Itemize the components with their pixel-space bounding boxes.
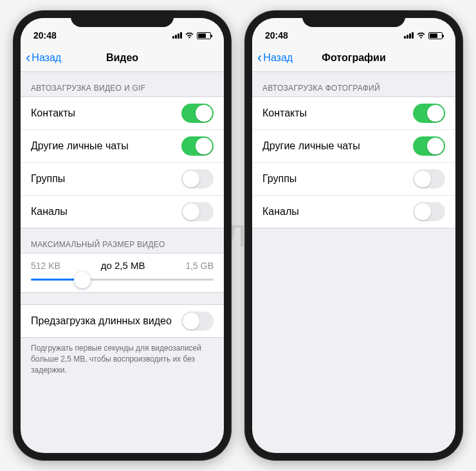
toggle-contacts[interactable] — [181, 104, 214, 123]
back-label: Назад — [263, 52, 293, 64]
row-label: Группы — [31, 173, 65, 185]
back-button[interactable]: ‹ Назад — [26, 51, 61, 65]
row-private-chats[interactable]: Другие личные чаты — [252, 130, 455, 163]
page-title: Фотографии — [322, 52, 385, 64]
section-header-autoload: АВТОЗАГРУЗКА ФОТОГРАФИЙ — [252, 72, 455, 97]
screen-right: 20:48 ‹ Назад Фотографии АВТОЗ — [252, 18, 455, 453]
signal-icon — [404, 32, 414, 39]
phone-notch — [302, 10, 405, 27]
autoload-list: Контакты Другие личные чаты Группы Канал… — [21, 97, 224, 228]
nav-bar: ‹ Назад Видео — [21, 44, 224, 72]
phone-notch — [71, 10, 174, 27]
signal-icon — [172, 32, 182, 39]
toggle-preload[interactable] — [181, 311, 214, 331]
chevron-left-icon: ‹ — [257, 51, 262, 65]
battery-icon — [428, 32, 443, 39]
wifi-icon — [185, 31, 194, 41]
toggle-contacts[interactable] — [413, 104, 445, 123]
battery-icon — [197, 32, 211, 39]
row-channels[interactable]: Каналы — [252, 196, 455, 228]
size-slider[interactable] — [31, 279, 214, 281]
slider-max: 1,5 GB — [185, 261, 214, 271]
row-label: Другие личные чаты — [31, 140, 129, 152]
slider-thumb[interactable] — [74, 272, 91, 288]
row-label: Контакты — [31, 107, 75, 119]
row-label: Контакты — [262, 107, 307, 119]
footer-text: Подгружать первые секунды для видеозапис… — [21, 338, 224, 380]
page-title: Видео — [106, 52, 138, 64]
preload-list: Предзагрузка длинных видео — [21, 304, 224, 338]
slider-block: 512 KB до 2,5 MB 1,5 GB — [21, 253, 224, 293]
nav-bar: ‹ Назад Фотографии — [252, 44, 455, 72]
phone-right: 20:48 ‹ Назад Фотографии АВТОЗ — [244, 10, 463, 461]
row-label: Предзагрузка длинных видео — [31, 315, 172, 327]
back-button[interactable]: ‹ Назад — [257, 51, 293, 65]
status-right — [404, 31, 443, 41]
status-time: 20:48 — [265, 30, 288, 41]
row-label: Каналы — [262, 206, 299, 217]
screen-left: 20:48 ‹ Назад Видео АВТОЗАГРУЗ — [21, 18, 224, 453]
autoload-list: Контакты Другие личные чаты Группы Канал… — [252, 97, 455, 228]
section-header-autoload: АВТОЗАГРУЗКА ВИДЕО И GIF — [21, 72, 224, 97]
row-contacts[interactable]: Контакты — [252, 97, 455, 130]
status-right — [172, 31, 211, 41]
chevron-left-icon: ‹ — [26, 51, 30, 65]
row-channels[interactable]: Каналы — [21, 196, 224, 228]
row-contacts[interactable]: Контакты — [21, 97, 224, 130]
toggle-private-chats[interactable] — [413, 136, 445, 156]
toggle-channels[interactable] — [413, 202, 445, 221]
slider-min: 512 KB — [31, 261, 60, 271]
status-time: 20:48 — [33, 30, 57, 41]
row-groups[interactable]: Группы — [21, 163, 224, 196]
slider-current: до 2,5 MB — [101, 260, 145, 271]
back-label: Назад — [32, 52, 61, 64]
section-header-maxsize: МАКСИМАЛЬНЫЙ РАЗМЕР ВИДЕО — [21, 228, 224, 253]
slider-labels: 512 KB до 2,5 MB 1,5 GB — [31, 260, 214, 271]
toggle-groups[interactable] — [181, 169, 214, 189]
row-label: Каналы — [31, 206, 68, 217]
toggle-groups[interactable] — [413, 169, 445, 189]
row-private-chats[interactable]: Другие личные чаты — [21, 130, 224, 163]
toggle-private-chats[interactable] — [181, 136, 214, 156]
toggle-channels[interactable] — [181, 202, 214, 221]
row-label: Группы — [262, 173, 297, 185]
row-preload[interactable]: Предзагрузка длинных видео — [21, 305, 224, 337]
row-label: Другие личные чаты — [262, 140, 360, 152]
phone-left: 20:48 ‹ Назад Видео АВТОЗАГРУЗ — [13, 10, 232, 461]
row-groups[interactable]: Группы — [252, 163, 455, 196]
wifi-icon — [416, 31, 426, 41]
